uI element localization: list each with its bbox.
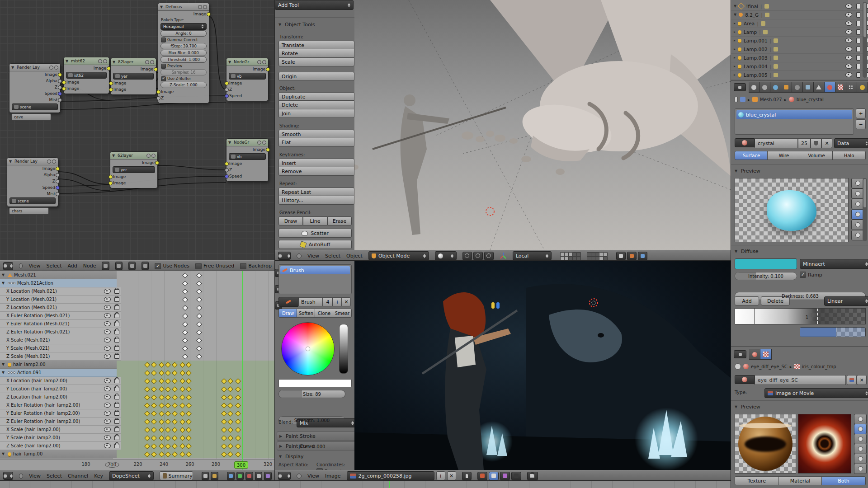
- node-defocus[interactable]: ▼DefocusImageBokeh Type:HexagonalAngle: …: [158, 3, 209, 103]
- visibility-eye-icon[interactable]: [104, 338, 111, 343]
- image-datablock-field[interactable]: 2g_comp_000258.jpg: [347, 471, 434, 480]
- lock-icon[interactable]: [114, 297, 119, 302]
- outliner-row[interactable]: ▼!final|: [731, 2, 868, 11]
- gp-button-erase[interactable]: Erase: [327, 216, 352, 225]
- tool-button-scale[interactable]: Scale: [278, 57, 354, 66]
- node-canvas[interactable]: ▼Render LayImageAlphaZSpeedMistscenecave…: [0, 0, 275, 261]
- tab-texture[interactable]: [760, 349, 772, 360]
- node-icon[interactable]: [740, 97, 745, 102]
- texture-preview-type-button[interactable]: [854, 434, 867, 444]
- keyframe-diamond[interactable]: [182, 272, 188, 278]
- preview-type-button[interactable]: [851, 209, 864, 220]
- input-socket[interactable]: [225, 94, 229, 98]
- node-collapse-icon[interactable]: ▼: [112, 154, 116, 158]
- node-datablock-field[interactable]: scene: [12, 103, 58, 110]
- new-texture-button[interactable]: [847, 375, 857, 385]
- pivot-icon-button[interactable]: [462, 252, 472, 260]
- node-slider[interactable]: Max Blur: 0.000: [160, 50, 207, 56]
- visibility-eye-icon[interactable]: [104, 427, 111, 432]
- object-tools-panel-header[interactable]: ▼Object Tools: [278, 22, 315, 28]
- unlink-texture-button[interactable]: ✕: [857, 375, 867, 385]
- keyframe-diamond[interactable]: [182, 354, 188, 360]
- brush-users-count[interactable]: 4: [323, 297, 333, 306]
- visibility-eye-icon[interactable]: [845, 12, 852, 17]
- node-collapse-icon[interactable]: ▼: [66, 59, 70, 63]
- brush-mode-tab-clone[interactable]: Clone: [315, 309, 334, 318]
- lock-icon[interactable]: [114, 419, 119, 424]
- node-collapse-icon[interactable]: ▼: [160, 5, 164, 9]
- snap-icon-button[interactable]: [616, 252, 626, 260]
- texture-preview-type-button[interactable]: [854, 424, 867, 434]
- node-62layer[interactable]: ▼62layerImageyerImageImage: [110, 151, 158, 188]
- visibility-eye-icon[interactable]: [104, 378, 111, 383]
- visibility-eye-icon[interactable]: [104, 403, 111, 408]
- display-panel-header[interactable]: ▼Display: [277, 452, 357, 460]
- tool-button-history-[interactable]: History...: [278, 196, 354, 205]
- keyframe-diamond[interactable]: [182, 313, 188, 319]
- outliner-row[interactable]: ▸Lamp.002|: [731, 45, 868, 54]
- node-header[interactable]: ▼NodeGr: [226, 139, 268, 146]
- lock-icon[interactable]: [114, 403, 119, 408]
- keyframe-diamond[interactable]: [196, 338, 202, 343]
- texture-preview-type-button[interactable]: [854, 444, 867, 454]
- wheel-cursor[interactable]: [306, 347, 310, 351]
- menu-node[interactable]: Node: [83, 263, 96, 269]
- output-socket[interactable]: [266, 67, 270, 71]
- orientation-dropdown[interactable]: Local: [513, 251, 552, 260]
- lock-icon[interactable]: [114, 444, 119, 448]
- output-socket[interactable]: [207, 12, 211, 16]
- channel-row[interactable]: Z Scale (Mesh.021): [0, 352, 121, 361]
- timeline-playhead[interactable]: [389, 481, 390, 488]
- output-socket[interactable]: [155, 161, 159, 165]
- lock-icon[interactable]: [114, 338, 119, 343]
- visibility-eye-icon[interactable]: [845, 64, 852, 69]
- tab-texture[interactable]: [835, 82, 846, 93]
- preview-type-button[interactable]: [851, 178, 864, 188]
- lock-icon[interactable]: [114, 346, 119, 351]
- menu-view[interactable]: View: [29, 473, 41, 479]
- tab-object-data[interactable]: [814, 82, 825, 93]
- lock-button[interactable]: [527, 472, 538, 480]
- visibility-eye-icon[interactable]: [104, 346, 111, 351]
- node-header-tool-icon[interactable]: [142, 262, 149, 270]
- channel-row[interactable]: Z Euler Rotation (hair_lamp2.00): [0, 418, 121, 426]
- channel-row[interactable]: X Scale (hair_lamp2.00): [0, 426, 121, 434]
- filter-icon-button[interactable]: [211, 472, 218, 480]
- tab-world[interactable]: [770, 82, 781, 93]
- node-82layer[interactable]: ▼82layerImageyerImageImage: [110, 58, 156, 95]
- visibility-eye-icon[interactable]: [104, 321, 111, 326]
- selectability-icon[interactable]: [856, 21, 860, 26]
- output-socket[interactable]: [58, 92, 62, 96]
- texture-preview-type-button[interactable]: [854, 454, 867, 464]
- dopesheet-grid[interactable]: [113, 271, 275, 459]
- unlink-image-button[interactable]: ✕: [447, 471, 456, 480]
- paint-mode-icon-button[interactable]: [489, 472, 499, 480]
- keyframe-diamond[interactable]: [196, 354, 202, 360]
- lock-icon[interactable]: [114, 379, 119, 383]
- tool-button-flat[interactable]: Flat: [278, 138, 354, 147]
- visibility-eye-icon[interactable]: [104, 313, 111, 318]
- node-render-lay[interactable]: ▼Render LayImageAlphaZSpeedMistscenechar…: [7, 157, 58, 207]
- filter-icon-button[interactable]: [202, 472, 209, 480]
- visibility-eye-icon[interactable]: [104, 386, 111, 391]
- paint-mode-icon-button[interactable]: [500, 472, 510, 480]
- channel-row[interactable]: ▼Mesh.021: [0, 271, 117, 279]
- layer-buttons[interactable]: [560, 252, 580, 260]
- output-socket[interactable]: [56, 173, 60, 177]
- expand-icon[interactable]: ▼: [734, 13, 736, 17]
- output-socket[interactable]: [56, 179, 60, 183]
- node-collapse-icon[interactable]: ▼: [228, 141, 232, 145]
- output-socket[interactable]: [58, 85, 62, 89]
- output-socket[interactable]: [56, 167, 60, 171]
- channel-row[interactable]: Y Location (Mesh.021): [0, 296, 121, 304]
- ramp-stop-marker[interactable]: [755, 309, 755, 324]
- tab-material[interactable]: [825, 82, 835, 93]
- header-collapse-icon[interactable]: [297, 474, 302, 479]
- node-collapse-icon[interactable]: ▼: [9, 160, 13, 164]
- visibility-eye-icon[interactable]: [104, 289, 111, 294]
- menu-select[interactable]: Select: [47, 263, 62, 269]
- ramp-stop-color-swatch[interactable]: [800, 327, 866, 337]
- node-header[interactable]: ▼mist62: [64, 57, 109, 65]
- brush-mode-tab-smear[interactable]: Smear: [333, 309, 352, 318]
- node-datablock-field[interactable]: ist62: [66, 72, 107, 79]
